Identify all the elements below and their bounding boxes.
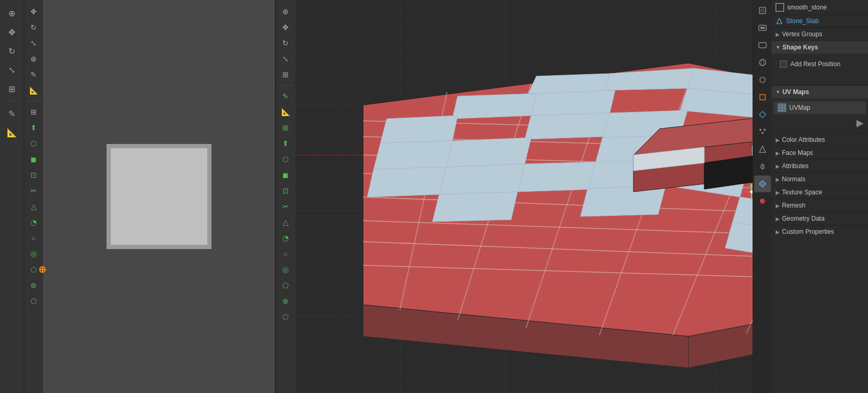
texture-space-section[interactable]: ▶ Texture Space (771, 185, 868, 199)
vertex-groups-section[interactable]: ▶ Vertex Groups (771, 27, 868, 40)
output-tab[interactable] (754, 19, 771, 36)
svg-point-76 (761, 132, 764, 134)
viewport-svg (295, 0, 753, 393)
main-vp-spin-icon[interactable]: ◔ (278, 231, 293, 245)
vp-measure-icon[interactable]: 📐 (26, 83, 41, 98)
rotate-tool-icon[interactable]: ↻ (3, 42, 21, 60)
transform-tool-icon[interactable]: ⊞ (3, 80, 21, 98)
main-vp-poly-icon[interactable]: △ (278, 215, 293, 230)
shape-keys-header[interactable]: ▼ Shape Keys (771, 40, 868, 54)
vp-inset-icon[interactable]: ⬡ (26, 136, 41, 151)
main-vp-rotate-icon[interactable]: ↻ (278, 36, 293, 50)
vp-extrude-icon[interactable]: ⬆ (26, 120, 41, 135)
main-vp-measure-icon[interactable]: 📐 (278, 105, 293, 119)
vp-rotate-icon[interactable]: ↻ (26, 20, 41, 35)
mesh-preview (107, 144, 211, 249)
object-tab[interactable] (754, 89, 771, 106)
face-maps-label: Face Maps (782, 149, 813, 157)
scale-tool-icon[interactable]: ⤡ (3, 61, 21, 79)
uv-maps-content: UVMap ▶ (771, 98, 868, 133)
measure-tool-icon[interactable]: 📐 (3, 123, 21, 141)
svg-marker-52 (432, 192, 517, 222)
remesh-section[interactable]: ▶ Remesh (771, 199, 868, 212)
color-attributes-label: Color Attributes (782, 136, 825, 143)
move-tool-icon[interactable]: ✥ (3, 23, 21, 41)
world-tab[interactable] (754, 71, 771, 88)
svg-marker-37 (446, 138, 531, 167)
shape-keys-section: ▼ Shape Keys Add Rest Position (771, 40, 868, 85)
face-maps-section[interactable]: ▶ Face Maps (771, 146, 868, 159)
vp-cursor-icon[interactable]: ⊕ (26, 51, 41, 66)
mesh-name-row: Stone_Slab (771, 15, 868, 27)
uv-expand-arrow[interactable]: ▶ (856, 117, 864, 129)
attributes-section[interactable]: ▶ Attributes (771, 159, 868, 172)
main-vp-divider (278, 85, 293, 86)
color-attributes-chevron: ▶ (776, 137, 780, 143)
normals-section[interactable]: ▶ Normals (771, 172, 868, 185)
view-tab[interactable] (754, 37, 771, 54)
vp-push-icon[interactable]: ◎ (26, 246, 41, 261)
shape-keys-content: Add Rest Position (771, 54, 868, 85)
left-viewport-content: ⊕ (43, 0, 275, 393)
svg-point-78 (760, 199, 765, 204)
main-vp-smooth-icon[interactable]: ○ (278, 246, 293, 261)
geometry-data-section[interactable]: ▶ Geometry Data (771, 212, 868, 225)
vp-loop-icon[interactable]: ⊡ (26, 168, 41, 182)
modifier-tab[interactable] (754, 106, 771, 123)
vp-add-icon[interactable]: ⊞ (26, 105, 41, 119)
svg-rect-73 (760, 95, 765, 100)
main-vp-scale-icon[interactable]: ⤡ (278, 51, 293, 66)
vp-bevel-icon[interactable]: ◼ (26, 152, 41, 167)
render-tab[interactable] (754, 2, 771, 19)
svg-rect-68 (760, 27, 765, 29)
vp-prop-icon[interactable]: ⬡ (26, 294, 41, 308)
normals-label: Normals (782, 175, 806, 183)
main-vp-add-icon[interactable]: ⊞ (278, 120, 293, 135)
left-toolbar: ⊕ ✥ ↻ ⤡ ⊞ ✎ 📐 (0, 0, 24, 393)
geometry-data-chevron: ▶ (776, 216, 780, 222)
main-vp-loop-icon[interactable]: ⊡ (278, 183, 293, 198)
remesh-label: Remesh (782, 202, 806, 209)
main-vp-prop2-icon[interactable]: ⬡ (278, 309, 293, 324)
main-vp-shrink-icon[interactable]: ⊛ (278, 294, 293, 308)
main-vp-transform-icon[interactable]: ⊞ (278, 67, 293, 82)
cursor-tool-icon[interactable]: ⊕ (3, 4, 21, 22)
color-attributes-section[interactable]: ▶ Color Attributes (771, 133, 868, 146)
physics-tab[interactable] (754, 141, 771, 158)
remesh-chevron: ▶ (776, 203, 780, 209)
svg-point-75 (764, 129, 766, 131)
main-vp-inset-icon[interactable]: ⬡ (278, 152, 293, 167)
main-vp-shear-icon[interactable]: ⬠ (278, 278, 293, 293)
uv-map-item[interactable]: UVMap (774, 101, 866, 114)
material-tab[interactable] (754, 193, 771, 210)
add-rest-position-row: Add Rest Position (776, 58, 864, 70)
main-vp-knife-icon[interactable]: ✂ (278, 199, 293, 214)
uv-maps-header[interactable]: ▼ UV Maps (771, 85, 868, 98)
vp-annotate-icon[interactable]: ✎ (26, 67, 41, 82)
scene-tab[interactable] (754, 54, 771, 71)
svg-point-72 (760, 77, 765, 82)
viewport-3d-scene[interactable] (295, 0, 753, 393)
main-vp-extrude-icon[interactable]: ⬆ (278, 136, 293, 151)
main-vp-move-icon[interactable]: ✥ (278, 20, 293, 35)
add-rest-checkbox[interactable] (780, 60, 787, 68)
main-vp-annotate-icon[interactable]: ✎ (278, 89, 293, 104)
custom-properties-section[interactable]: ▶ Custom Properties (771, 225, 868, 238)
vp-divider (26, 101, 41, 101)
annotate-tool-icon[interactable]: ✎ (3, 105, 21, 122)
vp-scale-icon[interactable]: ⤡ (26, 36, 41, 50)
main-vp-bevel-icon[interactable]: ◼ (278, 168, 293, 182)
vp-spin-icon[interactable]: ◔ (26, 215, 41, 230)
main-vp-push-icon[interactable]: ◎ (278, 262, 293, 277)
uv-maps-label: UV Maps (782, 88, 809, 96)
vp-shrink-icon[interactable]: ⊛ (26, 278, 41, 293)
vp-move-icon[interactable]: ✥ (26, 4, 41, 19)
vp-smooth-icon[interactable]: ○ (26, 231, 41, 245)
vp-knife-icon[interactable]: ✂ (26, 183, 41, 198)
mesh-icon (776, 17, 783, 25)
vp-poly-icon[interactable]: △ (26, 199, 41, 214)
main-vp-cursor-icon[interactable]: ⊕ (278, 4, 293, 19)
particles-tab[interactable] (754, 123, 771, 140)
data-tab[interactable] (754, 175, 771, 192)
constraints-tab[interactable] (754, 158, 771, 175)
